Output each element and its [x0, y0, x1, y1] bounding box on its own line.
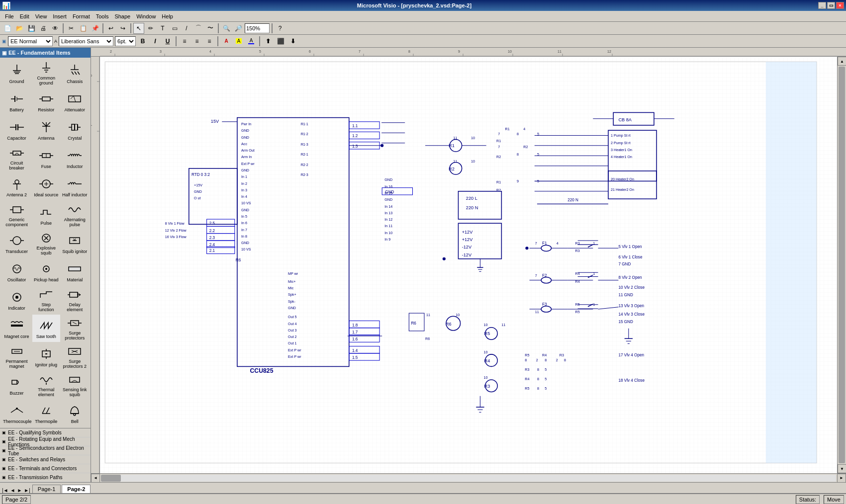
- pencil-tool[interactable]: ✏: [145, 23, 156, 34]
- panel-item-antenna2[interactable]: Antenna 2: [2, 173, 31, 200]
- page-tab-2[interactable]: Page-2: [62, 485, 91, 493]
- last-page-button[interactable]: ►|: [24, 488, 30, 493]
- cat-transmission[interactable]: ▣ EE - Transmission Paths: [0, 473, 91, 482]
- panel-item-resistor[interactable]: Resistor: [32, 88, 60, 115]
- align-bot-button[interactable]: ⬇: [287, 36, 298, 47]
- zoom-out-button[interactable]: 🔎: [233, 23, 244, 34]
- paste-button[interactable]: 📌: [90, 23, 100, 34]
- restore-button[interactable]: ▭: [827, 2, 835, 9]
- first-page-button[interactable]: |◄: [2, 488, 8, 493]
- scroll-up-button[interactable]: ▲: [838, 57, 846, 66]
- open-button[interactable]: 📂: [14, 23, 25, 34]
- scroll-left-button[interactable]: ◄: [91, 474, 100, 483]
- cat-switches[interactable]: ▣ EE - Switches and Relays: [0, 455, 91, 464]
- menu-view[interactable]: View: [32, 12, 50, 20]
- panel-item-ideal-source[interactable]: Ideal source: [32, 173, 60, 200]
- save-button[interactable]: 💾: [26, 23, 37, 34]
- panel-item-circuit-breaker[interactable]: Circuit breaker: [2, 145, 31, 172]
- panel-item-chassis[interactable]: Chassis: [61, 60, 89, 87]
- italic-button[interactable]: I: [150, 36, 161, 47]
- align-top-button[interactable]: ⬆: [263, 36, 274, 47]
- undo-button[interactable]: ↩: [105, 23, 116, 34]
- line-color-button[interactable]: A: [246, 36, 257, 47]
- underline-button[interactable]: U: [162, 36, 173, 47]
- panel-item-saw-tooth[interactable]: Saw tooth: [32, 315, 60, 342]
- panel-item-permanent-magnet[interactable]: Permanent magnet: [2, 343, 31, 370]
- scroll-track[interactable]: [101, 475, 836, 482]
- menu-tools[interactable]: Tools: [93, 12, 112, 20]
- zoom-in-button[interactable]: 🔍: [221, 23, 232, 34]
- panel-item-common-ground[interactable]: Common ground: [32, 60, 60, 87]
- print-button[interactable]: 🖨: [38, 23, 49, 34]
- close-button[interactable]: ×: [836, 2, 844, 9]
- panel-item-thermal-element[interactable]: Thermal element: [32, 371, 60, 399]
- panel-item-squib-ignitor[interactable]: Squib ignitor: [61, 230, 89, 257]
- preview-button[interactable]: 👁: [50, 23, 61, 34]
- panel-item-ground[interactable]: Ground: [2, 60, 31, 87]
- panel-item-fuse[interactable]: Fuse: [32, 145, 60, 172]
- text-color-button[interactable]: A: [221, 36, 232, 47]
- cat-terminals[interactable]: ▣ EE - Terminals and Connectors: [0, 464, 91, 473]
- menu-insert[interactable]: Insert: [50, 12, 70, 20]
- menu-file[interactable]: File: [2, 12, 17, 20]
- panel-item-attenuator[interactable]: Attenuator: [61, 88, 89, 115]
- rect-tool[interactable]: ▭: [169, 23, 180, 34]
- menu-edit[interactable]: Edit: [17, 12, 32, 20]
- align-right-button[interactable]: ≡: [204, 36, 215, 47]
- panel-item-indicator[interactable]: Indicator: [2, 286, 31, 314]
- panel-item-material[interactable]: Material: [61, 258, 89, 285]
- panel-item-generic-component[interactable]: Generic component: [2, 201, 31, 229]
- fill-color-button[interactable]: A: [233, 36, 244, 47]
- scroll-thumb[interactable]: [839, 67, 845, 463]
- panel-item-capacitor[interactable]: Capacitor: [2, 116, 31, 144]
- redo-button[interactable]: ↪: [117, 23, 128, 34]
- menu-shape[interactable]: Shape: [111, 12, 133, 20]
- style-select[interactable]: EE Normal: [8, 36, 53, 46]
- panel-item-thermopile[interactable]: Thermopile: [32, 400, 60, 427]
- align-mid-button[interactable]: ⬛: [275, 36, 286, 47]
- panel-item-delay-element[interactable]: Delay element: [61, 286, 89, 314]
- drawing-canvas[interactable]: CCU825 Pwr In GND GND Acc Arm Out Arm In…: [100, 57, 837, 473]
- size-select[interactable]: 6pt.: [115, 36, 136, 46]
- menu-window[interactable]: Window: [133, 12, 159, 20]
- panel-item-pickup-head[interactable]: Pickup head: [32, 258, 60, 285]
- menu-help[interactable]: Help: [159, 12, 176, 20]
- page-tab-1[interactable]: Page-1: [32, 485, 61, 493]
- panel-item-magnet-core[interactable]: Magnet core: [2, 315, 31, 342]
- align-left-button[interactable]: ≡: [179, 36, 190, 47]
- bold-button[interactable]: B: [137, 36, 148, 47]
- panel-item-buzzer[interactable]: Buzzer: [2, 371, 31, 399]
- panel-item-thermocouple[interactable]: Thermocouple: [2, 400, 31, 427]
- arc-tool[interactable]: ⌒: [193, 23, 204, 34]
- panel-item-surge-protectors[interactable]: Surge protectors: [61, 315, 89, 342]
- help-button[interactable]: ?: [275, 23, 285, 34]
- pointer-tool[interactable]: ↖: [133, 23, 144, 34]
- panel-item-step-function[interactable]: Step function: [32, 286, 60, 314]
- panel-item-alternating-pulse[interactable]: Alternating pulse: [61, 201, 89, 229]
- menu-format[interactable]: Format: [70, 12, 93, 20]
- panel-item-surge-protectors-2[interactable]: Surge protectors 2: [61, 343, 89, 370]
- line-tool[interactable]: /: [181, 23, 192, 34]
- panel-item-half-inductor[interactable]: Half inductor: [61, 173, 89, 200]
- panel-item-inductor[interactable]: Inductor: [61, 145, 89, 172]
- panel-item-explosive-squib[interactable]: Explosive squib: [32, 230, 60, 257]
- panel-item-antenna[interactable]: Antenna: [32, 116, 60, 144]
- font-select[interactable]: Liberation Sans: [59, 36, 113, 46]
- scroll-down-button[interactable]: ▼: [838, 464, 846, 473]
- new-button[interactable]: 📄: [2, 23, 13, 34]
- next-page-button[interactable]: ►: [17, 488, 22, 493]
- panel-item-bell[interactable]: Bell: [61, 400, 89, 427]
- panel-item-transducer[interactable]: Transducer: [2, 230, 31, 257]
- panel-item-oscillator[interactable]: Oscillator: [2, 258, 31, 285]
- panel-item-crystal[interactable]: Crystal: [61, 116, 89, 144]
- prev-page-button[interactable]: ◄: [10, 488, 15, 493]
- scroll-right-button[interactable]: ►: [837, 474, 846, 483]
- text-tool[interactable]: T: [157, 23, 168, 34]
- panel-item-pulse[interactable]: Pulse: [32, 201, 60, 229]
- panel-item-ignitor-plug[interactable]: Ignitor plug: [32, 343, 60, 370]
- cat-semiconductors[interactable]: ▣ EE - Semiconductors and Electron Tube: [0, 446, 91, 455]
- cut-button[interactable]: ✂: [66, 23, 77, 34]
- zoom-input[interactable]: [245, 23, 270, 33]
- copy-button[interactable]: 📋: [78, 23, 89, 34]
- freeform-tool[interactable]: 〜: [205, 23, 216, 34]
